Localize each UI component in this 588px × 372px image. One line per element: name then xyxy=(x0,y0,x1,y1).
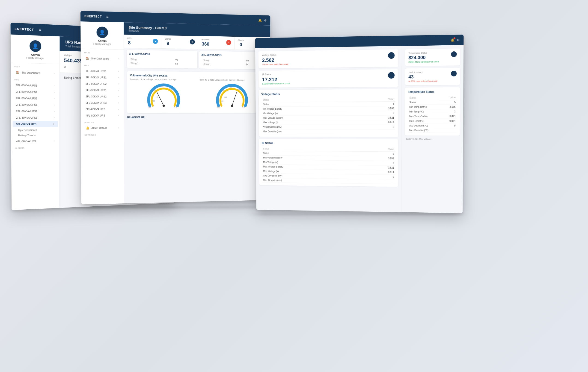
win1-ups-section: UPS xyxy=(11,76,60,83)
sidebar-item-site-dashboard[interactable]: 🏠 Site Dashboard › xyxy=(12,69,58,77)
shadow-win3 xyxy=(256,213,459,215)
summary-card-value: 8 xyxy=(127,40,131,46)
table-row: Max Deviation(°C) xyxy=(408,128,457,133)
sidebar-item-label: 2FL-80KVA UPS1 xyxy=(16,90,37,93)
win2-sidebar-1fl60kva[interactable]: 1FL-60KVA UPS1 › xyxy=(82,68,122,74)
table-cell: 3.821 xyxy=(359,165,395,170)
table-cell: Max Deviation(mv) xyxy=(262,178,359,183)
svg-text:540: 540 xyxy=(242,106,245,108)
table-cell: Max Voltage Battery xyxy=(262,115,359,120)
win2-gear-icon[interactable]: ⚙ xyxy=(264,19,267,22)
win2-ups-card-1fl60kva: 1FL-60KVA UPS1 String Vo String 1 54 xyxy=(126,50,197,69)
sidebar-item-label: 2FL-80KVA UPS1 xyxy=(85,76,106,79)
table-cell: String xyxy=(130,58,174,62)
sidebar-item-2fl30kva1[interactable]: 2FL-30KVA UPS1 › xyxy=(12,101,58,108)
win1-menu-icon[interactable]: ≡ xyxy=(39,28,41,32)
win2-username: Admin xyxy=(98,39,107,43)
win2-menu-icon[interactable]: ≡ xyxy=(106,15,109,19)
voltage-table-title: Voltage Status xyxy=(261,92,395,96)
sidebar-item-label: 4FL-80KVA UPS xyxy=(16,140,36,143)
win1-alarms-section: Alarms xyxy=(11,144,60,151)
sidebar-subitem-battery-trends[interactable]: Battery Trends xyxy=(11,132,59,138)
arrow-icon: › xyxy=(118,102,119,104)
win2-sidebar-2fl30kva2[interactable]: 2FL-30KVA UPS2 › xyxy=(82,93,122,100)
win2-sidebar-alarm-details[interactable]: 🔔 Alarm Details › xyxy=(83,125,122,131)
sidebar-item-label: Site Dashboard xyxy=(21,71,40,74)
table-cell xyxy=(443,128,457,133)
sidebar-item-2fl80kva2[interactable]: 2FL-80KVA UPS2 › xyxy=(12,95,58,102)
table-cell: 2 xyxy=(359,111,395,115)
arrow-icon: › xyxy=(118,114,119,117)
win1-sidebar: 👤 Admin Facility Manager Main 🏠 Site Das… xyxy=(10,35,60,210)
sidebar-item-2fl80kva1[interactable]: 2FL-80KVA UPS1 › xyxy=(12,89,58,95)
temp-table-card: Temperature Status Status Value Status5M… xyxy=(405,87,460,136)
win2-main-section: Main xyxy=(81,49,124,55)
total-summary-info: Total Summary 43 -4.25% Less orders than… xyxy=(408,71,437,82)
arrow-icon: › xyxy=(118,89,119,91)
arrow-icon: › xyxy=(54,85,55,87)
voltage-table-card: Voltage Status Status Value Status5Min V… xyxy=(259,89,399,137)
summary-card-batteries: Batteries 360 − xyxy=(198,36,234,50)
svg-text:400: 400 xyxy=(148,106,151,108)
col-status: Status xyxy=(262,147,359,151)
win1-avatar: 👤 xyxy=(29,40,41,52)
win2-sidebar-3fl80kva[interactable]: 3FL-80KVA UPS › xyxy=(82,106,122,112)
win2-avatar: 👤 xyxy=(96,27,108,38)
svg-text:460: 460 xyxy=(153,89,156,91)
win3-bell-icon[interactable]: 🔔 xyxy=(451,38,454,42)
win2-sidebar-4fl80kva[interactable]: 4FL-80KVA UPS › xyxy=(82,112,122,119)
table-row: Max Voltage Battery3.821 xyxy=(262,115,395,120)
table-row: Min Temp-BatNo3.555 xyxy=(408,105,457,110)
sidebar-item-2fl30kva2[interactable]: 2FL-30KVA UPS2 › xyxy=(12,108,58,114)
win3-gear-icon[interactable]: ⚙ xyxy=(457,38,460,42)
table-cell: 0 xyxy=(359,125,395,130)
table-cell xyxy=(359,129,395,134)
sidebar-item-1fl60kva[interactable]: 1FL-60KVA UPS1 › xyxy=(12,82,58,89)
temp-status-table: Status Value Status5Min Temp-BatNo3.555M… xyxy=(408,95,457,133)
svg-text:400: 400 xyxy=(217,106,220,108)
arrow-icon: › xyxy=(54,91,55,93)
ir-status-table: Status Value Status5Min Voltage Battery3… xyxy=(262,147,395,184)
summary-card-label: Batteries xyxy=(201,39,210,41)
win2-bell-icon[interactable]: 🔔 xyxy=(258,19,262,22)
table-cell: 3.555 xyxy=(359,156,395,161)
total-summary-dot xyxy=(451,71,457,76)
win2-sidebar-site-dashboard[interactable]: 🏠 Site Dashboard › xyxy=(82,55,122,62)
svg-point-25 xyxy=(231,105,233,107)
temp-status-change: 8.35% More earnings than usual xyxy=(408,60,439,63)
sidebar-item-label: 2FL-30KVA UPS3 xyxy=(86,101,107,104)
svg-text:440: 440 xyxy=(224,97,227,98)
arrow-icon: › xyxy=(118,127,119,129)
table-row: Min Voltage (v)2 xyxy=(262,111,395,116)
win2-sidebar-2fl80kva1[interactable]: 2FL-80KVA UPS1 › xyxy=(82,74,122,80)
sidebar-item-label: 2FL-30KVA UPS2 xyxy=(86,95,107,98)
summary-card-label: Strings xyxy=(165,38,171,40)
total-summary-value: 43 xyxy=(408,74,437,80)
ir-status-dot xyxy=(388,72,395,79)
table-cell: 3.821 xyxy=(443,114,457,119)
win2-sidebar-2fl80kva2[interactable]: 2FL-80KVA UPS2 › xyxy=(82,80,122,87)
summary-card-strings: Strings 9 ⊞ xyxy=(161,35,198,49)
arrow-icon: › xyxy=(118,58,119,60)
voltage-status-dot xyxy=(388,52,395,59)
table-cell: Max Voltage (v) xyxy=(262,120,359,125)
sidebar-item-4fl80kva[interactable]: 4FL-80KVA UPS › xyxy=(13,138,58,144)
win2-sidebar-2fl30kva1[interactable]: 2FL-30KVA UPS1 › xyxy=(82,87,122,93)
sidebar-item-2fl30kva3[interactable]: 2FL-30KVA UPS3 › xyxy=(12,114,58,121)
voltmeter-title: Voltmeter-InfoCity UPS 500kva xyxy=(130,74,264,78)
table-cell: Avg Deviation (mV) xyxy=(262,125,359,129)
table-cell: 0.014 xyxy=(359,170,395,175)
bank2-subtitle: Bank 40-1, Total Voltage : 510v, Current… xyxy=(200,79,264,81)
window-site-summary: ENERTECT ≡ 🔔 ⚙ 👤 Admin Facility Manager … xyxy=(81,11,270,204)
sidebar-item-3fl80kva[interactable]: 3FL-80KVA UPS ∨ xyxy=(13,121,58,127)
table-row: Status5 xyxy=(408,100,457,105)
sidebar-subitem-ups-dashboard[interactable]: Ups DashBoard xyxy=(11,127,59,133)
gauge1-container: 400 540 480 500 460 440 420 xyxy=(130,82,197,111)
win3-left-panel: Voltage Status 2.562 -2.65% Less sales t… xyxy=(255,46,402,212)
win2-sidebar-2fl30kva3[interactable]: 2FL-30KVA UPS3 › xyxy=(82,100,122,106)
bell-icon: 🔔 xyxy=(86,126,89,130)
voltage-status-table: Status Value Status5Min Voltage Battery3… xyxy=(261,97,395,134)
arrow-icon: › xyxy=(54,104,55,106)
table-cell: 0.014 xyxy=(359,120,395,125)
table-cell: 2 xyxy=(359,161,395,165)
